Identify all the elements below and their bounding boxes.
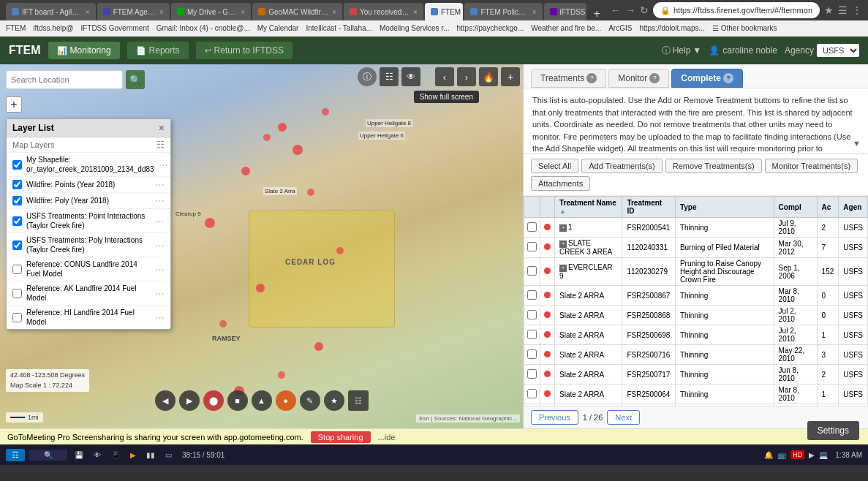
map-tool-6[interactable]: ● [276, 390, 296, 411]
layer-menu-icon-1[interactable]: ⋯ [155, 179, 165, 190]
layer-checkbox-0[interactable] [12, 160, 22, 170]
task-icon-6[interactable]: ▭ [162, 450, 175, 461]
tab-close[interactable]: × [532, 8, 537, 16]
monitor-treatments-button[interactable]: Monitor Treatments(s) [765, 159, 858, 173]
layer-menu-icon-4[interactable]: ⋯ [155, 240, 165, 251]
forward-button[interactable]: → [625, 4, 635, 16]
agency-selector[interactable]: Agency USFS [785, 44, 859, 57]
add-treatments-button[interactable]: Add Treatments(s) [581, 159, 662, 173]
map-tool-2[interactable]: ▶ [179, 390, 200, 411]
bookmark-arcgis[interactable]: ArcGIS [608, 24, 632, 32]
layer-checkbox-4[interactable] [12, 240, 22, 250]
next-page-button[interactable]: Next [607, 410, 640, 425]
new-tab-button[interactable]: + [591, 7, 603, 20]
col-treatment-name[interactable]: Treatment Name ▲ [555, 197, 622, 218]
tab-google-drive[interactable]: My Drive - Google Drive × [171, 3, 251, 20]
row-checkbox-7[interactable] [527, 369, 537, 379]
monitoring-nav-btn[interactable]: 📊 Monitoring [48, 42, 120, 59]
reports-nav-btn[interactable]: 📄 Reports [127, 42, 189, 59]
previous-page-button[interactable]: Previous [531, 410, 578, 425]
col-compl[interactable]: Compl [774, 197, 817, 218]
plus-zoom-button[interactable]: + [501, 67, 520, 86]
layer-checkbox-1[interactable] [12, 180, 22, 189]
layer-checkbox-7[interactable] [12, 313, 22, 322]
bookmark-ftem[interactable]: FTEM [6, 24, 26, 32]
tab-ftem-active[interactable]: FTEM × [425, 3, 463, 20]
layer-menu-icon-2[interactable]: ⋯ [155, 195, 165, 206]
row-checkbox-4[interactable] [527, 310, 537, 319]
map-tool-5[interactable]: ▲ [252, 390, 272, 411]
navigate-right-button[interactable]: › [457, 67, 476, 86]
filter-icon[interactable]: ☷ [156, 140, 165, 150]
task-icon-3[interactable]: 📱 [108, 450, 123, 461]
bookmark-doloit[interactable]: https://doloit.maps... [639, 24, 705, 32]
tab-close[interactable]: × [86, 8, 90, 16]
expand-btn[interactable]: + [559, 265, 567, 272]
tab-geomac[interactable]: GeoMAC Wildfire Applicati... × [252, 3, 342, 20]
layer-checkbox-3[interactable] [12, 216, 22, 226]
help-btn[interactable]: ⓘ Help ▼ [662, 45, 702, 57]
location-search-button[interactable]: 🔍 [126, 70, 145, 89]
extensions-icon[interactable]: ☰ [838, 4, 848, 16]
start-button[interactable]: ☶ [6, 449, 25, 461]
task-icon-4[interactable]: ▶ [127, 450, 139, 461]
bookmark-weather[interactable]: Weather and fire be... [531, 24, 601, 32]
tab-close[interactable]: × [332, 8, 336, 16]
bookmark-iftdss-help[interactable]: iftdss.help@ [33, 24, 73, 32]
row-checkbox-6[interactable] [527, 349, 537, 359]
complete-tab[interactable]: Complete ? [671, 69, 743, 88]
close-panel-button[interactable]: × [159, 122, 165, 134]
map-layer-button[interactable]: ☷ [380, 67, 399, 86]
bookmarks-icon[interactable]: ★ [824, 4, 834, 16]
map-visibility-button[interactable]: 👁 [401, 67, 420, 86]
layer-menu-icon-5[interactable]: ⋯ [155, 264, 165, 275]
map-info-button[interactable]: ⓘ [358, 67, 377, 86]
bookmark-paycheck[interactable]: https://paycheckgo... [456, 24, 524, 32]
location-search-input[interactable] [6, 70, 123, 89]
address-bar[interactable]: 🔒 https://ftdss.firenet.gov/ftem/#/ftemm… [653, 2, 820, 18]
map-tool-8[interactable]: ★ [324, 390, 344, 411]
layer-menu-icon-0[interactable]: ⋯ [159, 159, 168, 170]
map-tool-list[interactable]: ☷ [348, 390, 369, 411]
bookmark-gmail[interactable]: Gmail: Inbox (4) - cnoble@... [156, 24, 250, 32]
tab-iftdss[interactable]: iFTDSS × [544, 3, 586, 20]
collapse-description-icon[interactable]: ▼ [853, 137, 861, 150]
agency-select-input[interactable]: USFS [817, 44, 859, 57]
treatments-tab[interactable]: Treatments ? [531, 69, 606, 88]
col-treatment-id[interactable]: Treatment ID [622, 197, 675, 218]
row-checkbox-1[interactable] [527, 242, 537, 251]
map-tool-1[interactable]: ◀ [155, 390, 176, 411]
layer-menu-icon-6[interactable]: ⋯ [155, 288, 165, 299]
bookmark-calendar[interactable]: My Calendar [257, 24, 299, 32]
col-agency[interactable]: Agen [839, 197, 868, 218]
remove-treatments-button[interactable]: Remove Treatments(s) [665, 159, 762, 173]
expand-btn[interactable]: + [559, 224, 567, 232]
treatments-table-wrap[interactable]: Treatment Name ▲ Treatment ID Type Compl… [524, 196, 868, 406]
row-checkbox-8[interactable] [527, 389, 537, 398]
tab-ftem-agency-leads[interactable]: FTEM Agency Leads × [97, 3, 170, 20]
complete-help-icon[interactable]: ? [723, 73, 733, 83]
layer-menu-icon-3[interactable]: ⋯ [155, 216, 165, 227]
layer-checkbox-6[interactable] [12, 289, 22, 298]
monitor-tab[interactable]: Monitor ? [608, 69, 669, 88]
map-tool-3[interactable]: ⬤ [203, 390, 224, 411]
back-button[interactable]: ← [611, 4, 621, 16]
select-all-button[interactable]: Select All [531, 159, 578, 173]
monitor-help-icon[interactable]: ? [649, 73, 660, 83]
bookmark-modeling[interactable]: Modeling Services r... [380, 24, 450, 32]
navigate-left-button[interactable]: ‹ [435, 67, 454, 86]
layer-checkbox-2[interactable] [12, 196, 22, 205]
layer-checkbox-5[interactable] [12, 265, 22, 274]
bookmark-iftdss-gov[interactable]: IFTDSS Government [80, 24, 148, 32]
tab-ift-board[interactable]: IFT board - Agile Board - J... × [6, 3, 96, 20]
layer-menu-icon-7[interactable]: ⋯ [155, 312, 165, 323]
tab-close[interactable]: × [159, 8, 164, 16]
search-taskbar[interactable]: 🔍 [29, 450, 67, 461]
bookmark-intellicast[interactable]: Intellicast - Tallaha... [306, 24, 371, 32]
attachments-button[interactable]: Attachments [531, 176, 590, 191]
fire-icon-button[interactable]: 🔥 [479, 67, 498, 86]
tab-message[interactable]: You received a messa... × [344, 3, 423, 20]
settings-button[interactable]: Settings [807, 421, 859, 440]
stop-sharing-button[interactable]: Stop sharing [311, 431, 371, 443]
row-checkbox-3[interactable] [527, 290, 537, 300]
